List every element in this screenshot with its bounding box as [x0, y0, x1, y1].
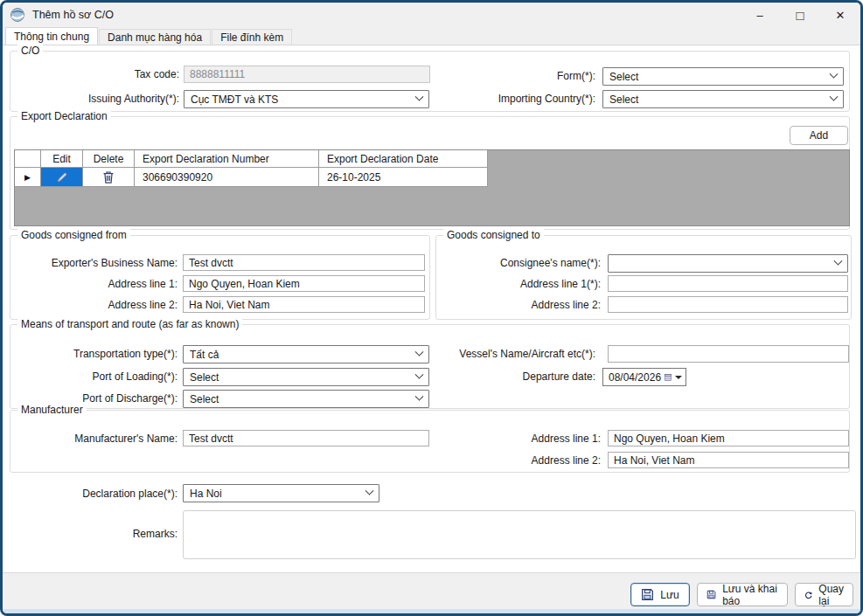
from-address2-field[interactable]: Ha Noi, Viet Nam	[183, 296, 425, 313]
minimize-button[interactable]: –	[740, 3, 780, 27]
transport-legend: Means of transport and route (as far as …	[17, 318, 242, 331]
issuing-authority-select[interactable]: Cục TMĐT và KTS	[184, 90, 429, 108]
transportation-type-select[interactable]: Tất cả	[183, 345, 429, 363]
circular-arrow-icon	[804, 588, 812, 602]
edit-pencil-icon	[55, 170, 69, 184]
back-button[interactable]: Quay lại	[795, 583, 853, 606]
add-co-dossier-window: Thêm hồ sơ C/O – □ ✕ Thông tin chung Dan…	[0, 0, 863, 616]
minimize-icon: –	[756, 10, 762, 21]
port-of-loading-label: Port of Loading(*):	[20, 370, 177, 384]
number-column-header: Export Declaration Number	[135, 150, 319, 168]
from-address1-field[interactable]: Ngo Quyen, Hoan Kiem	[183, 275, 425, 292]
calendar-icon	[665, 372, 672, 383]
chevron-down-icon	[834, 257, 843, 266]
form-value: Select	[609, 71, 638, 83]
departure-date-label: Departure date:	[456, 370, 595, 384]
window-title: Thêm hồ sơ C/O	[32, 9, 114, 21]
chevron-down-icon	[830, 70, 839, 79]
tab-thong-tin-chung[interactable]: Thông tin chung	[5, 27, 98, 45]
form-label: Form(*):	[456, 70, 595, 83]
tab-danh-muc-hang-hoa[interactable]: Danh mục hàng hóa	[99, 29, 211, 45]
declaration-place-value: Ha Noi	[190, 488, 222, 500]
save-button[interactable]: Lưu	[630, 583, 690, 606]
importing-country-value: Select	[609, 93, 638, 106]
save-button-label: Lưu	[660, 589, 679, 601]
row-selector-header	[15, 150, 41, 168]
edit-column-header: Edit	[41, 150, 83, 168]
maximize-icon: □	[796, 9, 804, 22]
from-address1-label: Address line 1:	[20, 278, 177, 291]
chevron-down-icon	[830, 93, 839, 101]
footer-bar: Lưu Lưu và khai báo Quay lại	[3, 572, 860, 613]
save-and-declare-button[interactable]: Lưu và khai báo	[697, 583, 788, 606]
edit-row-button[interactable]	[41, 168, 83, 187]
manufacturer-address1-field[interactable]: Ngo Quyen, Hoan Kiem	[608, 430, 849, 446]
export-declaration-date-cell[interactable]: 26-10-2025	[319, 168, 488, 187]
save-icon	[706, 588, 716, 601]
dropdown-arrow-icon	[675, 376, 682, 379]
transportation-type-label: Transportation type(*):	[20, 348, 177, 361]
chevron-down-icon	[415, 392, 424, 401]
export-declaration-number-cell[interactable]: 306690390920	[135, 168, 319, 187]
remarks-label: Remarks:	[20, 528, 177, 541]
export-declaration-grid: Edit Delete Export Declaration Number Ex…	[14, 149, 850, 226]
tax-code-label: Tax code:	[38, 68, 179, 81]
port-of-loading-select[interactable]: Select	[183, 368, 429, 386]
export-declaration-legend: Export Declaration	[17, 110, 111, 123]
exporter-name-field[interactable]: Test dvctt	[183, 254, 425, 271]
to-address2-label: Address line 2:	[447, 299, 601, 312]
exporter-name-label: Exporter's Business Name:	[20, 257, 177, 270]
consignee-name-select[interactable]	[608, 254, 848, 273]
issuing-authority-label: Issuing Authority(*):	[38, 93, 179, 106]
issuing-authority-value: Cục TMĐT và KTS	[191, 93, 278, 106]
importing-country-label: Importing Country(*):	[456, 93, 595, 106]
goods-consigned-from-legend: Goods consigned from	[17, 229, 130, 242]
tab-file-dinh-kem[interactable]: File đính kèm	[212, 29, 292, 45]
declaration-place-select[interactable]: Ha Noi	[183, 484, 379, 502]
to-address1-label: Address line 1(*):	[447, 278, 601, 291]
close-button[interactable]: ✕	[820, 3, 860, 27]
close-icon: ✕	[836, 10, 846, 21]
to-address1-field[interactable]	[608, 275, 848, 292]
co-group-legend: C/O	[17, 45, 43, 58]
titlebar[interactable]: Thêm hồ sơ C/O – □ ✕	[3, 3, 860, 27]
tab-label: File đính kèm	[220, 31, 283, 44]
window-bottom-edge	[3, 609, 860, 613]
declaration-place-label: Declaration place(*):	[20, 488, 177, 501]
date-column-header: Export Declaration Date	[319, 150, 488, 168]
importing-country-select[interactable]: Select	[602, 90, 844, 108]
to-address2-field[interactable]	[608, 296, 848, 313]
tab-label: Thông tin chung	[14, 31, 89, 43]
tab-label: Danh mục hàng hóa	[108, 31, 202, 44]
add-button[interactable]: Add	[790, 126, 848, 145]
port-of-discharge-select[interactable]: Select	[183, 390, 429, 408]
manufacturer-address2-field[interactable]: Ha Noi, Viet Nam	[608, 452, 849, 468]
chevron-down-icon	[365, 487, 374, 495]
add-button-label: Add	[810, 129, 828, 142]
row-selector-cell[interactable]: ▶	[15, 168, 41, 187]
manufacturer-name-field[interactable]: Test dvctt	[183, 430, 429, 446]
vessel-name-field[interactable]	[608, 345, 849, 363]
goods-consigned-to-legend: Goods consigned to	[443, 229, 544, 242]
departure-date-value: 08/04/2026	[609, 371, 661, 384]
save-and-declare-button-label: Lưu và khai báo	[722, 583, 778, 607]
save-icon	[641, 588, 654, 601]
remarks-input[interactable]	[183, 510, 856, 559]
delete-row-button[interactable]	[83, 168, 135, 187]
transportation-type-value: Tất cả	[190, 349, 219, 361]
maximize-button[interactable]: □	[780, 3, 820, 27]
manufacturer-address2-label: Address line 2:	[447, 454, 601, 467]
grid-header-row: Edit Delete Export Declaration Number Ex…	[15, 150, 849, 168]
from-address2-label: Address line 2:	[20, 299, 177, 312]
form-select[interactable]: Select	[602, 67, 844, 86]
delete-column-header: Delete	[83, 150, 135, 168]
app-globe-icon	[10, 7, 25, 23]
port-of-loading-value: Select	[190, 371, 219, 384]
port-of-discharge-label: Port of Discharge(*):	[20, 392, 177, 405]
window-controls: – □ ✕	[740, 3, 860, 27]
manufacturer-address1-label: Address line 1:	[447, 433, 601, 446]
chevron-down-icon	[415, 370, 424, 379]
back-button-label: Quay lại	[818, 583, 844, 607]
departure-date-picker[interactable]: 08/04/2026	[602, 368, 686, 386]
tab-strip: Thông tin chung Danh mục hàng hóa File đ…	[3, 27, 860, 45]
